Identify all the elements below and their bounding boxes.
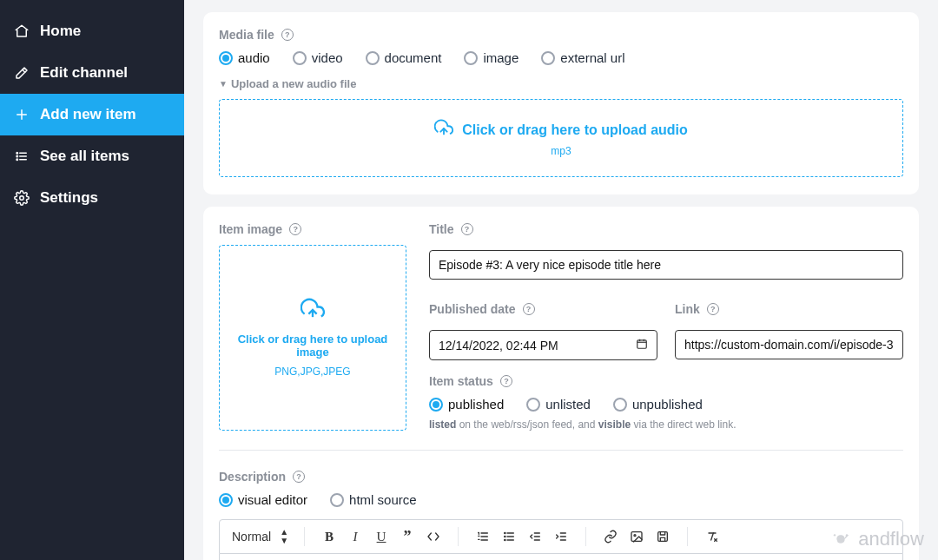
radio-label: video — [312, 50, 343, 65]
media-radio-image[interactable]: image — [464, 50, 519, 65]
radio-label: visual editor — [238, 492, 307, 507]
toolbar-separator — [458, 527, 459, 546]
cloud-upload-icon — [434, 119, 453, 142]
date-value: 12/14/2022, 02:44 PM — [439, 339, 558, 352]
style-select[interactable]: Normal ▲▼ — [228, 526, 292, 547]
upload-toggle-label: Upload a new audio file — [231, 77, 356, 90]
radio-label: published — [448, 397, 504, 412]
svg-point-9 — [634, 535, 636, 537]
status-note-tail: via the direct web link. — [631, 418, 736, 431]
radio-label: external url — [560, 50, 624, 65]
underline-button[interactable]: U — [369, 524, 393, 549]
style-select-label: Normal — [232, 530, 271, 544]
code-block-button[interactable] — [421, 524, 446, 549]
media-file-title: Media file — [219, 28, 274, 42]
upload-toggle[interactable]: ▼ Upload a new audio file — [219, 77, 903, 90]
sidebar-item-home[interactable]: Home — [0, 10, 184, 52]
calendar-icon — [636, 338, 648, 352]
svg-point-0 — [17, 153, 18, 155]
image-button[interactable] — [624, 524, 649, 549]
media-radio-external-url[interactable]: external url — [541, 50, 624, 65]
ordered-list-button[interactable] — [471, 524, 495, 549]
description-mode-radio-group: visual editor html source — [219, 492, 903, 507]
status-note-mid: on the web/rss/json feed, and — [456, 418, 598, 431]
sidebar-item-see-all-items[interactable]: See all items — [0, 135, 184, 177]
sidebar: Home Edit channel Add new item See all i… — [0, 0, 184, 560]
home-icon — [14, 23, 30, 39]
help-icon[interactable]: ? — [293, 471, 305, 483]
svg-rect-8 — [631, 532, 642, 542]
title-label: Title — [429, 222, 454, 236]
description-section: Description ? visual editor html source … — [219, 470, 903, 560]
edit-icon — [14, 65, 30, 81]
help-icon[interactable]: ? — [707, 303, 719, 315]
link-button[interactable] — [598, 524, 623, 549]
title-input[interactable] — [429, 250, 903, 280]
radio-label: document — [385, 50, 442, 65]
triangle-down-icon: ▼ — [219, 79, 228, 89]
divider — [219, 450, 903, 451]
editor-textarea[interactable] — [219, 554, 903, 560]
status-radio-published[interactable]: published — [429, 397, 504, 412]
media-radio-video[interactable]: video — [293, 50, 343, 65]
svg-rect-10 — [658, 532, 668, 542]
help-icon[interactable]: ? — [500, 375, 512, 387]
sidebar-item-label: Edit channel — [40, 64, 128, 82]
status-radio-unlisted[interactable]: unlisted — [526, 397, 591, 412]
bold-button[interactable]: B — [317, 524, 341, 549]
status-note-visible: visible — [598, 418, 631, 431]
published-date-field: Published date ? 12/14/2022, 02:44 PM — [429, 302, 657, 360]
item-details-card: Item image ? Click or drag here to uploa… — [203, 207, 919, 560]
svg-point-3 — [20, 196, 24, 201]
item-status-header: Item status ? — [429, 374, 903, 388]
quote-button[interactable]: ” — [395, 524, 419, 549]
audio-upload-zone[interactable]: Click or drag here to upload audio mp3 — [219, 99, 903, 177]
title-header: Title ? — [429, 222, 903, 236]
app-root: Home Edit channel Add new item See all i… — [0, 0, 938, 560]
clear-formatting-button[interactable] — [700, 524, 724, 549]
sidebar-item-label: Add new item — [40, 106, 136, 123]
desc-radio-html-source[interactable]: html source — [330, 492, 417, 507]
help-icon[interactable]: ? — [523, 303, 535, 315]
sidebar-item-label: Home — [40, 23, 81, 40]
media-radio-document[interactable]: document — [366, 50, 442, 65]
sidebar-item-edit-channel[interactable]: Edit channel — [0, 52, 184, 94]
radio-label: audio — [238, 50, 270, 65]
unordered-list-button[interactable] — [497, 524, 521, 549]
svg-point-2 — [17, 159, 18, 161]
desc-radio-visual-editor[interactable]: visual editor — [219, 492, 307, 507]
published-date-label: Published date — [429, 302, 516, 316]
sidebar-item-settings[interactable]: Settings — [0, 177, 184, 219]
outdent-button[interactable] — [523, 524, 547, 549]
svg-point-5 — [505, 532, 505, 533]
help-icon[interactable]: ? — [461, 223, 473, 235]
published-date-input[interactable]: 12/14/2022, 02:44 PM — [429, 330, 657, 360]
status-radio-unpublished[interactable]: unpublished — [613, 397, 703, 412]
media-type-radio-group: audio video document image external url — [219, 50, 903, 65]
image-upload-zone[interactable]: Click or drag here to upload image PNG,J… — [219, 245, 406, 431]
sidebar-item-add-new-item[interactable]: Add new item — [0, 94, 184, 135]
save-button[interactable] — [651, 524, 675, 549]
details-column: Title ? Published date ? 12/14/ — [429, 222, 903, 431]
cloud-upload-icon — [301, 298, 325, 326]
svg-point-7 — [505, 539, 505, 540]
image-upload-cta: Click or drag here to upload image — [228, 333, 397, 359]
radio-label: image — [483, 50, 519, 65]
media-file-header: Media file ? — [219, 28, 903, 42]
editor-toolbar: Normal ▲▼ B I U ” — [219, 519, 903, 554]
svg-rect-4 — [637, 340, 647, 348]
item-status-label: Item status — [429, 374, 493, 388]
indent-button[interactable] — [549, 524, 573, 549]
help-icon[interactable]: ? — [289, 223, 301, 235]
description-label: Description — [219, 470, 286, 484]
link-label: Link — [675, 302, 700, 316]
italic-button[interactable]: I — [343, 524, 367, 549]
link-input[interactable] — [675, 330, 903, 359]
main-content: Media file ? audio video document image … — [184, 0, 938, 560]
status-note-listed: listed — [429, 418, 456, 431]
link-field: Link ? — [675, 302, 903, 360]
media-radio-audio[interactable]: audio — [219, 50, 270, 65]
image-upload-types: PNG,JPG,JPEG — [274, 366, 350, 378]
radio-label: unlisted — [545, 397, 591, 412]
help-icon[interactable]: ? — [281, 29, 294, 41]
